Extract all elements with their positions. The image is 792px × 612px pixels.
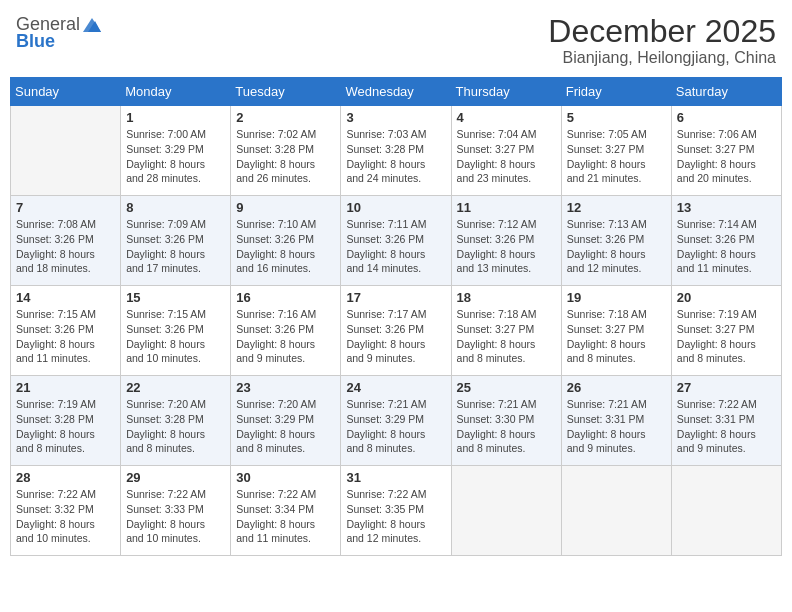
- day-number: 29: [126, 470, 225, 485]
- day-number: 17: [346, 290, 445, 305]
- calendar-cell: 4Sunrise: 7:04 AM Sunset: 3:27 PM Daylig…: [451, 106, 561, 196]
- calendar-cell: 18Sunrise: 7:18 AM Sunset: 3:27 PM Dayli…: [451, 286, 561, 376]
- day-number: 22: [126, 380, 225, 395]
- calendar-cell: 29Sunrise: 7:22 AM Sunset: 3:33 PM Dayli…: [121, 466, 231, 556]
- day-number: 10: [346, 200, 445, 215]
- calendar-cell: 28Sunrise: 7:22 AM Sunset: 3:32 PM Dayli…: [11, 466, 121, 556]
- calendar-cell: 30Sunrise: 7:22 AM Sunset: 3:34 PM Dayli…: [231, 466, 341, 556]
- day-number: 19: [567, 290, 666, 305]
- day-info: Sunrise: 7:02 AM Sunset: 3:28 PM Dayligh…: [236, 127, 335, 186]
- logo-icon: [81, 16, 103, 34]
- calendar-week-row: 21Sunrise: 7:19 AM Sunset: 3:28 PM Dayli…: [11, 376, 782, 466]
- weekday-header-monday: Monday: [121, 78, 231, 106]
- calendar-cell: 11Sunrise: 7:12 AM Sunset: 3:26 PM Dayli…: [451, 196, 561, 286]
- calendar-week-row: 1Sunrise: 7:00 AM Sunset: 3:29 PM Daylig…: [11, 106, 782, 196]
- day-info: Sunrise: 7:22 AM Sunset: 3:31 PM Dayligh…: [677, 397, 776, 456]
- day-number: 26: [567, 380, 666, 395]
- calendar-cell: [671, 466, 781, 556]
- calendar-cell: 26Sunrise: 7:21 AM Sunset: 3:31 PM Dayli…: [561, 376, 671, 466]
- day-number: 9: [236, 200, 335, 215]
- day-info: Sunrise: 7:21 AM Sunset: 3:30 PM Dayligh…: [457, 397, 556, 456]
- day-number: 8: [126, 200, 225, 215]
- day-info: Sunrise: 7:21 AM Sunset: 3:31 PM Dayligh…: [567, 397, 666, 456]
- day-number: 13: [677, 200, 776, 215]
- day-number: 21: [16, 380, 115, 395]
- day-info: Sunrise: 7:05 AM Sunset: 3:27 PM Dayligh…: [567, 127, 666, 186]
- location-title: Bianjiang, Heilongjiang, China: [548, 49, 776, 67]
- calendar-cell: 15Sunrise: 7:15 AM Sunset: 3:26 PM Dayli…: [121, 286, 231, 376]
- day-info: Sunrise: 7:17 AM Sunset: 3:26 PM Dayligh…: [346, 307, 445, 366]
- calendar-cell: 10Sunrise: 7:11 AM Sunset: 3:26 PM Dayli…: [341, 196, 451, 286]
- calendar-cell: 31Sunrise: 7:22 AM Sunset: 3:35 PM Dayli…: [341, 466, 451, 556]
- day-info: Sunrise: 7:14 AM Sunset: 3:26 PM Dayligh…: [677, 217, 776, 276]
- day-number: 30: [236, 470, 335, 485]
- calendar-cell: 14Sunrise: 7:15 AM Sunset: 3:26 PM Dayli…: [11, 286, 121, 376]
- calendar-cell: 17Sunrise: 7:17 AM Sunset: 3:26 PM Dayli…: [341, 286, 451, 376]
- day-info: Sunrise: 7:16 AM Sunset: 3:26 PM Dayligh…: [236, 307, 335, 366]
- day-info: Sunrise: 7:19 AM Sunset: 3:28 PM Dayligh…: [16, 397, 115, 456]
- day-number: 7: [16, 200, 115, 215]
- calendar-cell: 21Sunrise: 7:19 AM Sunset: 3:28 PM Dayli…: [11, 376, 121, 466]
- calendar-cell: 19Sunrise: 7:18 AM Sunset: 3:27 PM Dayli…: [561, 286, 671, 376]
- day-info: Sunrise: 7:22 AM Sunset: 3:32 PM Dayligh…: [16, 487, 115, 546]
- day-info: Sunrise: 7:13 AM Sunset: 3:26 PM Dayligh…: [567, 217, 666, 276]
- calendar-cell: 12Sunrise: 7:13 AM Sunset: 3:26 PM Dayli…: [561, 196, 671, 286]
- day-number: 2: [236, 110, 335, 125]
- day-info: Sunrise: 7:22 AM Sunset: 3:33 PM Dayligh…: [126, 487, 225, 546]
- day-number: 15: [126, 290, 225, 305]
- weekday-header-tuesday: Tuesday: [231, 78, 341, 106]
- logo: General Blue: [16, 14, 104, 52]
- calendar-table: SundayMondayTuesdayWednesdayThursdayFrid…: [10, 77, 782, 556]
- calendar-cell: 25Sunrise: 7:21 AM Sunset: 3:30 PM Dayli…: [451, 376, 561, 466]
- day-number: 27: [677, 380, 776, 395]
- calendar-cell: 20Sunrise: 7:19 AM Sunset: 3:27 PM Dayli…: [671, 286, 781, 376]
- day-info: Sunrise: 7:04 AM Sunset: 3:27 PM Dayligh…: [457, 127, 556, 186]
- day-number: 5: [567, 110, 666, 125]
- month-title: December 2025: [548, 14, 776, 49]
- calendar-week-row: 14Sunrise: 7:15 AM Sunset: 3:26 PM Dayli…: [11, 286, 782, 376]
- calendar-week-row: 7Sunrise: 7:08 AM Sunset: 3:26 PM Daylig…: [11, 196, 782, 286]
- day-number: 4: [457, 110, 556, 125]
- day-number: 1: [126, 110, 225, 125]
- day-number: 3: [346, 110, 445, 125]
- title-block: December 2025 Bianjiang, Heilongjiang, C…: [548, 14, 776, 67]
- day-info: Sunrise: 7:18 AM Sunset: 3:27 PM Dayligh…: [457, 307, 556, 366]
- weekday-header-thursday: Thursday: [451, 78, 561, 106]
- day-info: Sunrise: 7:11 AM Sunset: 3:26 PM Dayligh…: [346, 217, 445, 276]
- calendar-cell: [451, 466, 561, 556]
- day-number: 28: [16, 470, 115, 485]
- day-info: Sunrise: 7:22 AM Sunset: 3:35 PM Dayligh…: [346, 487, 445, 546]
- day-info: Sunrise: 7:15 AM Sunset: 3:26 PM Dayligh…: [16, 307, 115, 366]
- day-info: Sunrise: 7:15 AM Sunset: 3:26 PM Dayligh…: [126, 307, 225, 366]
- day-number: 11: [457, 200, 556, 215]
- weekday-header-row: SundayMondayTuesdayWednesdayThursdayFrid…: [11, 78, 782, 106]
- day-number: 25: [457, 380, 556, 395]
- calendar-cell: 2Sunrise: 7:02 AM Sunset: 3:28 PM Daylig…: [231, 106, 341, 196]
- calendar-cell: 27Sunrise: 7:22 AM Sunset: 3:31 PM Dayli…: [671, 376, 781, 466]
- weekday-header-saturday: Saturday: [671, 78, 781, 106]
- day-info: Sunrise: 7:20 AM Sunset: 3:28 PM Dayligh…: [126, 397, 225, 456]
- day-info: Sunrise: 7:12 AM Sunset: 3:26 PM Dayligh…: [457, 217, 556, 276]
- day-number: 16: [236, 290, 335, 305]
- calendar-cell: 13Sunrise: 7:14 AM Sunset: 3:26 PM Dayli…: [671, 196, 781, 286]
- weekday-header-wednesday: Wednesday: [341, 78, 451, 106]
- calendar-cell: 24Sunrise: 7:21 AM Sunset: 3:29 PM Dayli…: [341, 376, 451, 466]
- day-number: 31: [346, 470, 445, 485]
- day-number: 6: [677, 110, 776, 125]
- calendar-cell: 7Sunrise: 7:08 AM Sunset: 3:26 PM Daylig…: [11, 196, 121, 286]
- day-number: 20: [677, 290, 776, 305]
- calendar-cell: 8Sunrise: 7:09 AM Sunset: 3:26 PM Daylig…: [121, 196, 231, 286]
- day-info: Sunrise: 7:08 AM Sunset: 3:26 PM Dayligh…: [16, 217, 115, 276]
- day-info: Sunrise: 7:00 AM Sunset: 3:29 PM Dayligh…: [126, 127, 225, 186]
- calendar-cell: 6Sunrise: 7:06 AM Sunset: 3:27 PM Daylig…: [671, 106, 781, 196]
- calendar-cell: [11, 106, 121, 196]
- calendar-cell: 9Sunrise: 7:10 AM Sunset: 3:26 PM Daylig…: [231, 196, 341, 286]
- day-number: 23: [236, 380, 335, 395]
- calendar-cell: [561, 466, 671, 556]
- day-info: Sunrise: 7:09 AM Sunset: 3:26 PM Dayligh…: [126, 217, 225, 276]
- calendar-cell: 22Sunrise: 7:20 AM Sunset: 3:28 PM Dayli…: [121, 376, 231, 466]
- calendar-cell: 23Sunrise: 7:20 AM Sunset: 3:29 PM Dayli…: [231, 376, 341, 466]
- calendar-cell: 5Sunrise: 7:05 AM Sunset: 3:27 PM Daylig…: [561, 106, 671, 196]
- day-info: Sunrise: 7:20 AM Sunset: 3:29 PM Dayligh…: [236, 397, 335, 456]
- weekday-header-friday: Friday: [561, 78, 671, 106]
